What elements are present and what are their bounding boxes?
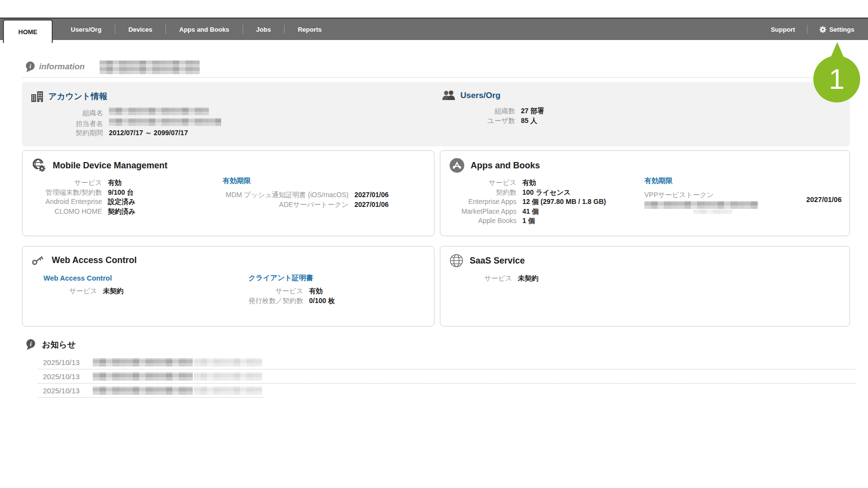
redacted-notice-text xyxy=(93,372,193,381)
org-count-row: 組織数 27 部署 xyxy=(442,106,715,116)
contact-name-label: 担当者名 xyxy=(31,119,103,129)
saas-service-value: 未契約 xyxy=(518,274,538,284)
notice-list: 2025/10/13 2025/10/13 2025/10/13 xyxy=(43,355,855,398)
redacted-notice-text-light xyxy=(194,372,262,381)
tab-reports[interactable]: Reports xyxy=(285,26,335,33)
redacted-notice-text-light xyxy=(194,386,262,395)
cert-service-label: サービス xyxy=(248,286,303,296)
tab-apps-and-books[interactable]: Apps and Books xyxy=(166,26,243,33)
org-name-label: 組織名 xyxy=(31,108,103,118)
svg-text:i: i xyxy=(29,62,31,70)
support-link[interactable]: Support xyxy=(759,26,807,33)
redacted-notice-text-light xyxy=(194,358,262,366)
notice-date: 2025/10/13 xyxy=(43,372,93,381)
nav-right: Support Settings xyxy=(759,25,868,34)
contract-period-value: 2012/07/17 ～ 2099/07/17 xyxy=(109,128,188,138)
apps-enterprise-label: Enterprise Apps xyxy=(449,197,517,207)
settings-label: Settings xyxy=(829,26,854,33)
clomo-home-page: HOME Users/Org Devices Apps and Books Jo… xyxy=(0,0,868,488)
mdm-devices-label: 管理端末数/契約数 xyxy=(31,188,102,198)
info-bubble-icon: i xyxy=(25,61,36,73)
client-certificate-link[interactable]: クライアント証明書 xyxy=(248,274,313,282)
apps-books-card: Apps and Books サービス有効 契約数100 ライセンス Enter… xyxy=(440,150,850,236)
account-period-row: 契約期間 2012/07/17 ～ 2099/07/17 xyxy=(31,128,372,138)
mdm-service-label: サービス xyxy=(31,178,102,188)
apps-enterprise-value: 12 個 (297.80 MB / 1.8 GB) xyxy=(522,197,606,207)
account-contact-row: 担当者名 xyxy=(31,118,372,129)
notice-row[interactable]: 2025/10/13 xyxy=(43,384,855,398)
mdm-expiry-link[interactable]: 有効期限 xyxy=(223,177,251,184)
gear-icon xyxy=(819,26,827,33)
notice-date: 2025/10/13 xyxy=(43,386,93,395)
wac-service-value: 未契約 xyxy=(103,286,124,296)
redacted-vpp-token xyxy=(644,201,758,209)
user-count-value: 85 人 xyxy=(521,116,537,126)
mdm-android-value: 設定済み xyxy=(108,197,135,207)
buildings-icon xyxy=(31,90,43,102)
redacted-notice-text xyxy=(93,386,193,395)
mdm-android-label: Android Enterprise xyxy=(31,197,102,207)
notices-header: i お知らせ xyxy=(25,339,76,350)
annotation-marker-1: 1 xyxy=(811,42,862,104)
user-count-label: ユーザ数 xyxy=(442,116,515,126)
saas-service-label: サービス xyxy=(449,274,512,284)
apps-books-count-label: Apple Books xyxy=(449,216,517,226)
key-icon xyxy=(31,253,46,267)
redacted-notice-text xyxy=(93,358,193,366)
mdm-push-cert-label: MDM プッシュ通知証明書 (iOS/macOS) xyxy=(223,190,349,200)
cert-issued-label: 発行枚数／契約数 xyxy=(248,296,303,306)
mdm-clomo-home-label: CLOMO HOME xyxy=(31,207,102,217)
apps-license-value: 100 ライセンス xyxy=(522,188,571,198)
mdm-ade-token-value: 2027/01/06 xyxy=(354,200,389,210)
tab-devices[interactable]: Devices xyxy=(115,26,165,33)
redacted-information-text xyxy=(100,61,200,74)
marker-number: 1 xyxy=(829,63,845,95)
saas-service-card: SaaS Service サービス未契約 xyxy=(440,246,850,326)
wac-service-label: サービス xyxy=(43,286,97,296)
notice-row[interactable]: 2025/10/13 xyxy=(43,369,855,384)
information-banner: i information xyxy=(22,61,853,78)
nav-tabs: Users/Org Devices Apps and Books Jobs Re… xyxy=(58,25,335,34)
web-access-control-title: Web Access Control xyxy=(52,255,137,265)
saas-service-title: SaaS Service xyxy=(470,256,525,266)
contract-period-label: 契約期間 xyxy=(31,128,103,138)
apps-license-label: 契約数 xyxy=(449,188,517,198)
tab-jobs[interactable]: Jobs xyxy=(243,26,284,33)
information-label: information xyxy=(39,62,85,72)
apps-books-count-value: 1 個 xyxy=(522,216,535,226)
mdm-clomo-home-value: 契約済み xyxy=(108,207,135,217)
top-nav: HOME Users/Org Devices Apps and Books Jo… xyxy=(0,18,868,40)
tab-users-org[interactable]: Users/Org xyxy=(58,26,115,33)
cert-service-value: 有効 xyxy=(309,286,323,296)
mdm-title: Mobile Device Management xyxy=(53,161,167,171)
apps-expiry-link[interactable]: 有効期限 xyxy=(644,177,673,184)
account-info-title: アカウント情報 xyxy=(48,91,107,102)
settings-link[interactable]: Settings xyxy=(807,26,854,33)
account-org-row: 組織名 xyxy=(31,107,372,118)
mdm-service-value: 有効 xyxy=(108,178,122,188)
mdm-ade-token-label: ADEサーバートークン xyxy=(223,200,349,210)
mdm-card: Mobile Device Management サービス有効 管理端末数/契約… xyxy=(22,150,434,236)
apps-service-value: 有効 xyxy=(522,178,536,188)
redacted-contact-name xyxy=(109,118,221,126)
notices-title: お知らせ xyxy=(42,339,76,350)
tab-home[interactable]: HOME xyxy=(3,20,53,43)
redacted-vpp-token-2 xyxy=(693,210,732,214)
cert-issued-value: 0/100 枚 xyxy=(309,296,335,306)
account-info-section: アカウント情報 組織名 担当者名 契約期間 2012/07/17 ～ 2099/… xyxy=(31,90,372,138)
users-org-title: Users/Org xyxy=(460,91,500,101)
notice-date: 2025/10/13 xyxy=(43,358,93,366)
notice-row[interactable]: 2025/10/13 xyxy=(43,355,855,369)
web-access-control-link[interactable]: Web Access Control xyxy=(43,274,112,282)
apps-service-label: サービス xyxy=(449,178,517,188)
users-icon xyxy=(442,90,455,102)
org-count-label: 組織数 xyxy=(442,106,515,116)
users-org-section: Users/Org 組織数 27 部署 ユーザ数 85 人 xyxy=(442,90,715,125)
svg-text:i: i xyxy=(30,340,32,347)
app-store-icon xyxy=(449,158,465,173)
notice-bubble-icon: i xyxy=(25,339,36,350)
mdm-globe-gear-icon xyxy=(31,158,47,173)
redacted-org-name xyxy=(109,107,209,115)
vpp-expiry-date: 2027/01/06 xyxy=(806,196,842,203)
apps-marketplace-value: 41 個 xyxy=(522,207,538,217)
